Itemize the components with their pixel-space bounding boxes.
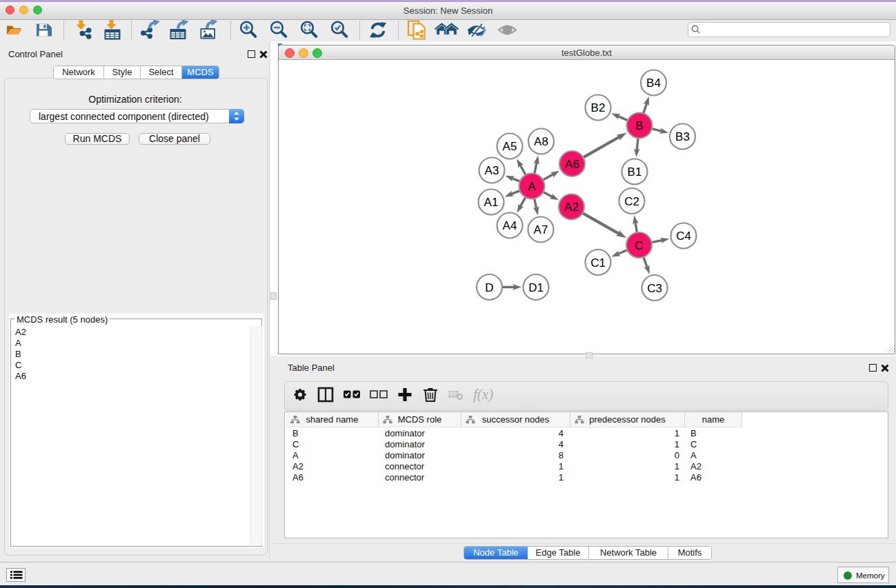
svg-text:C: C [635,239,643,252]
svg-text:A4: A4 [503,219,517,232]
svg-text:A2: A2 [564,201,579,214]
svg-text:A6: A6 [565,158,579,171]
svg-text:D: D [485,281,493,294]
svg-text:C3: C3 [647,282,662,295]
svg-text:A8: A8 [534,135,548,148]
svg-text:B2: B2 [591,101,606,114]
svg-text:B: B [635,119,643,132]
svg-text:A7: A7 [534,223,548,236]
svg-text:C1: C1 [590,256,606,270]
svg-text:f(x): f(x) [473,386,493,403]
svg-text:D1: D1 [528,281,544,294]
svg-text:B1: B1 [628,165,642,179]
svg-text:A3: A3 [485,164,499,177]
svg-text:B3: B3 [675,130,690,143]
svg-text:A1: A1 [484,196,499,209]
svg-text:B4: B4 [646,77,661,90]
svg-text:C2: C2 [624,195,639,208]
svg-text:A: A [528,180,536,193]
svg-text:A5: A5 [503,140,517,153]
svg-text:C4: C4 [676,230,691,243]
